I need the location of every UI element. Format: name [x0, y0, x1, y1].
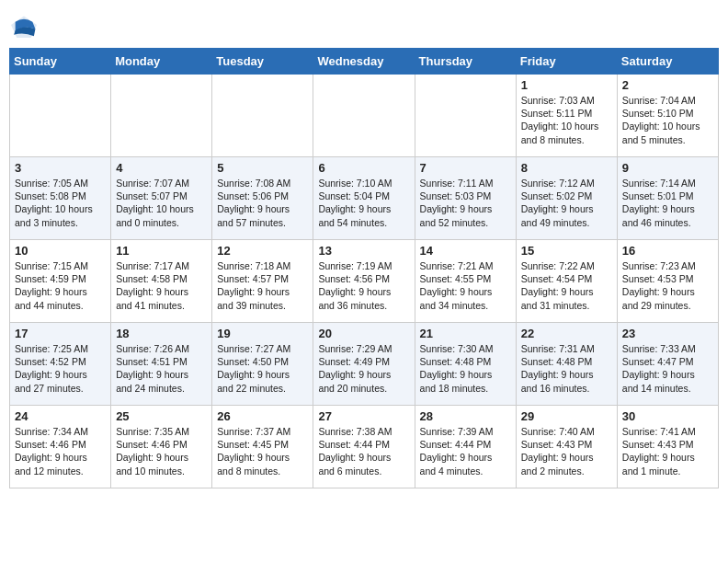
- calendar-header-thursday: Thursday: [415, 49, 516, 75]
- day-info: Sunrise: 7:39 AM Sunset: 4:44 PM Dayligh…: [420, 425, 511, 477]
- day-number: 28: [420, 409, 511, 423]
- calendar-header-tuesday: Tuesday: [212, 49, 313, 75]
- calendar-cell: 18Sunrise: 7:26 AM Sunset: 4:51 PM Dayli…: [111, 323, 212, 406]
- calendar-cell: 25Sunrise: 7:35 AM Sunset: 4:46 PM Dayli…: [111, 406, 212, 488]
- calendar-cell: 7Sunrise: 7:11 AM Sunset: 5:03 PM Daylig…: [415, 157, 516, 240]
- calendar-week-row: 3Sunrise: 7:05 AM Sunset: 5:08 PM Daylig…: [10, 157, 719, 240]
- day-info: Sunrise: 7:03 AM Sunset: 5:11 PM Dayligh…: [521, 94, 612, 146]
- calendar-cell: 20Sunrise: 7:29 AM Sunset: 4:49 PM Dayli…: [313, 323, 415, 406]
- day-info: Sunrise: 7:25 AM Sunset: 4:52 PM Dayligh…: [15, 342, 106, 395]
- calendar-cell: 5Sunrise: 7:08 AM Sunset: 5:06 PM Daylig…: [212, 157, 313, 240]
- calendar-cell: 30Sunrise: 7:41 AM Sunset: 4:43 PM Dayli…: [617, 406, 718, 488]
- day-number: 7: [420, 161, 511, 175]
- day-info: Sunrise: 7:37 AM Sunset: 4:45 PM Dayligh…: [217, 425, 308, 477]
- calendar-cell: 11Sunrise: 7:17 AM Sunset: 4:58 PM Dayli…: [111, 240, 212, 323]
- day-number: 23: [622, 327, 713, 340]
- day-info: Sunrise: 7:31 AM Sunset: 4:48 PM Dayligh…: [521, 342, 612, 395]
- calendar-cell: [313, 75, 415, 157]
- calendar-cell: [111, 75, 212, 157]
- calendar-cell: 19Sunrise: 7:27 AM Sunset: 4:50 PM Dayli…: [212, 323, 313, 406]
- calendar-header-monday: Monday: [111, 49, 212, 75]
- day-number: 18: [116, 327, 207, 340]
- calendar-cell: 23Sunrise: 7:33 AM Sunset: 4:47 PM Dayli…: [617, 323, 718, 406]
- day-number: 12: [217, 244, 308, 258]
- calendar-cell: 26Sunrise: 7:37 AM Sunset: 4:45 PM Dayli…: [212, 406, 313, 488]
- day-number: 15: [521, 244, 612, 258]
- day-number: 30: [622, 409, 713, 423]
- day-number: 29: [521, 409, 612, 423]
- day-info: Sunrise: 7:14 AM Sunset: 5:01 PM Dayligh…: [622, 177, 713, 229]
- calendar-header-wednesday: Wednesday: [313, 49, 415, 75]
- calendar-header-friday: Friday: [516, 49, 617, 75]
- day-number: 3: [15, 161, 106, 175]
- day-number: 11: [116, 244, 207, 258]
- day-info: Sunrise: 7:04 AM Sunset: 5:10 PM Dayligh…: [622, 94, 713, 146]
- day-info: Sunrise: 7:35 AM Sunset: 4:46 PM Dayligh…: [116, 425, 207, 477]
- calendar-cell: 17Sunrise: 7:25 AM Sunset: 4:52 PM Dayli…: [10, 323, 111, 406]
- day-number: 27: [318, 409, 409, 423]
- calendar-cell: 16Sunrise: 7:23 AM Sunset: 4:53 PM Dayli…: [617, 240, 718, 323]
- day-info: Sunrise: 7:11 AM Sunset: 5:03 PM Dayligh…: [420, 177, 511, 229]
- day-info: Sunrise: 7:12 AM Sunset: 5:02 PM Dayligh…: [521, 177, 612, 229]
- calendar-cell: 10Sunrise: 7:15 AM Sunset: 4:59 PM Dayli…: [10, 240, 111, 323]
- calendar-cell: 8Sunrise: 7:12 AM Sunset: 5:02 PM Daylig…: [516, 157, 617, 240]
- calendar-week-row: 1Sunrise: 7:03 AM Sunset: 5:11 PM Daylig…: [10, 75, 719, 157]
- calendar-cell: 29Sunrise: 7:40 AM Sunset: 4:43 PM Dayli…: [516, 406, 617, 488]
- day-info: Sunrise: 7:19 AM Sunset: 4:56 PM Dayligh…: [318, 259, 409, 312]
- page-header: [9, 9, 719, 40]
- day-info: Sunrise: 7:18 AM Sunset: 4:57 PM Dayligh…: [217, 259, 308, 312]
- logo: [9, 15, 42, 40]
- calendar-table: SundayMondayTuesdayWednesdayThursdayFrid…: [9, 48, 719, 488]
- calendar-cell: 2Sunrise: 7:04 AM Sunset: 5:10 PM Daylig…: [617, 75, 718, 157]
- calendar-cell: [212, 75, 313, 157]
- calendar-cell: 3Sunrise: 7:05 AM Sunset: 5:08 PM Daylig…: [10, 157, 111, 240]
- day-number: 8: [521, 161, 612, 175]
- day-info: Sunrise: 7:34 AM Sunset: 4:46 PM Dayligh…: [15, 425, 106, 477]
- day-number: 19: [217, 327, 308, 340]
- day-number: 22: [521, 327, 612, 340]
- day-info: Sunrise: 7:29 AM Sunset: 4:49 PM Dayligh…: [318, 342, 409, 395]
- day-info: Sunrise: 7:41 AM Sunset: 4:43 PM Dayligh…: [622, 425, 713, 477]
- day-number: 17: [15, 327, 106, 340]
- calendar-week-row: 17Sunrise: 7:25 AM Sunset: 4:52 PM Dayli…: [10, 323, 719, 406]
- day-number: 10: [15, 244, 106, 258]
- calendar-cell: 21Sunrise: 7:30 AM Sunset: 4:48 PM Dayli…: [415, 323, 516, 406]
- day-info: Sunrise: 7:08 AM Sunset: 5:06 PM Dayligh…: [217, 177, 308, 229]
- day-info: Sunrise: 7:33 AM Sunset: 4:47 PM Dayligh…: [622, 342, 713, 395]
- calendar-cell: 13Sunrise: 7:19 AM Sunset: 4:56 PM Dayli…: [313, 240, 415, 323]
- day-info: Sunrise: 7:30 AM Sunset: 4:48 PM Dayligh…: [420, 342, 511, 395]
- day-number: 24: [15, 409, 106, 423]
- day-number: 4: [116, 161, 207, 175]
- calendar-cell: 1Sunrise: 7:03 AM Sunset: 5:11 PM Daylig…: [516, 75, 617, 157]
- day-number: 20: [318, 327, 409, 340]
- day-number: 1: [521, 78, 612, 92]
- calendar-header-saturday: Saturday: [617, 49, 718, 75]
- day-number: 13: [318, 244, 409, 258]
- calendar-cell: 6Sunrise: 7:10 AM Sunset: 5:04 PM Daylig…: [313, 157, 415, 240]
- day-info: Sunrise: 7:27 AM Sunset: 4:50 PM Dayligh…: [217, 342, 308, 395]
- calendar-cell: 4Sunrise: 7:07 AM Sunset: 5:07 PM Daylig…: [111, 157, 212, 240]
- day-info: Sunrise: 7:38 AM Sunset: 4:44 PM Dayligh…: [318, 425, 409, 477]
- day-info: Sunrise: 7:10 AM Sunset: 5:04 PM Dayligh…: [318, 177, 409, 229]
- day-number: 2: [622, 78, 713, 92]
- day-number: 9: [622, 161, 713, 175]
- calendar-cell: 14Sunrise: 7:21 AM Sunset: 4:55 PM Dayli…: [415, 240, 516, 323]
- day-info: Sunrise: 7:22 AM Sunset: 4:54 PM Dayligh…: [521, 259, 612, 312]
- calendar-week-row: 24Sunrise: 7:34 AM Sunset: 4:46 PM Dayli…: [10, 406, 719, 488]
- calendar-cell: 15Sunrise: 7:22 AM Sunset: 4:54 PM Dayli…: [516, 240, 617, 323]
- calendar-header-sunday: Sunday: [10, 49, 111, 75]
- calendar-cell: 12Sunrise: 7:18 AM Sunset: 4:57 PM Dayli…: [212, 240, 313, 323]
- calendar-cell: 9Sunrise: 7:14 AM Sunset: 5:01 PM Daylig…: [617, 157, 718, 240]
- day-number: 14: [420, 244, 511, 258]
- day-info: Sunrise: 7:21 AM Sunset: 4:55 PM Dayligh…: [420, 259, 511, 312]
- day-number: 16: [622, 244, 713, 258]
- calendar-cell: [415, 75, 516, 157]
- day-info: Sunrise: 7:40 AM Sunset: 4:43 PM Dayligh…: [521, 425, 612, 477]
- calendar-cell: 28Sunrise: 7:39 AM Sunset: 4:44 PM Dayli…: [415, 406, 516, 488]
- day-info: Sunrise: 7:26 AM Sunset: 4:51 PM Dayligh…: [116, 342, 207, 395]
- day-info: Sunrise: 7:23 AM Sunset: 4:53 PM Dayligh…: [622, 259, 713, 312]
- day-number: 25: [116, 409, 207, 423]
- day-number: 5: [217, 161, 308, 175]
- logo-icon: [9, 15, 39, 40]
- day-info: Sunrise: 7:07 AM Sunset: 5:07 PM Dayligh…: [116, 177, 207, 229]
